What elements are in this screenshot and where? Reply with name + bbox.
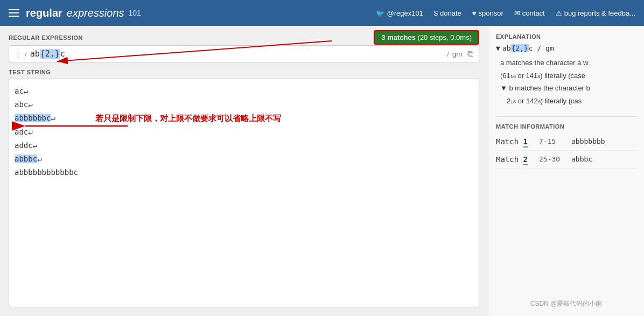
pattern-after: c — [60, 49, 65, 59]
delimiter-start: / — [25, 50, 27, 58]
test-line-1: ac↵ — [15, 85, 473, 98]
exp-regex-text: ab{2,}c / gm — [502, 43, 554, 54]
logo-expressions: expressions — [67, 7, 124, 19]
match-1-value: abbbbbbb — [571, 137, 605, 145]
test-line-2: abc↵ — [15, 98, 473, 111]
exp-item-4: 2₁₆ or 142₈) literally (cas — [507, 96, 636, 107]
match-1-label: Match 1 — [496, 137, 534, 146]
match-1-range: 7-15 — [539, 137, 566, 145]
regex-section: REGULAR EXPRESSION 3 matches (20 steps, … — [9, 34, 479, 62]
main-container: REGULAR EXPRESSION 3 matches (20 steps, … — [0, 26, 644, 316]
match-row-2[interactable]: Match 2 25-30 abbbc — [496, 151, 636, 168]
nav-donate[interactable]: $ donate — [434, 9, 461, 17]
right-panel: EXPLANATION ▼ ab{2,}c / gm a matches the… — [488, 26, 644, 316]
pattern-highlight: {2,} — [40, 49, 60, 59]
nav-contact[interactable]: ✉ contact — [514, 9, 545, 17]
match-1-num: 1 — [523, 137, 528, 148]
logo: regular expressions 101 — [26, 7, 141, 19]
test-line-7: abbbbbbbbbbbbc — [15, 166, 473, 179]
explanation-regex: ▼ ab{2,}c / gm — [496, 43, 636, 54]
header-nav: 🐦 @regex101 $ donate ♥ sponsor ✉ contact… — [376, 9, 635, 17]
nav-bugs-label: bug reports & feedba... — [564, 9, 635, 17]
drag-handle: ⋮ — [15, 50, 22, 58]
nav-contact-label: contact — [522, 9, 545, 17]
match-steps: (20 steps, 0.0ms) — [418, 33, 472, 41]
match-info-label: MATCH INFORMATION — [496, 123, 636, 130]
exp-item-2: (61₁₆ or 141₈) literally (case — [500, 71, 636, 82]
test-line-6: abbbc↵ — [15, 152, 473, 166]
explanation-content: ▼ ab{2,}c / gm a matches the character a… — [496, 43, 636, 107]
delimiter-end: / — [447, 50, 449, 58]
heart-icon: ♥ — [472, 9, 477, 17]
logo-num: 101 — [129, 9, 141, 17]
logo-regular: regular — [26, 7, 62, 19]
regex-input-box[interactable]: ⋮ / ab{2,}c / gm ⧉ — [9, 45, 479, 62]
email-icon: ✉ — [514, 9, 520, 17]
exp-sub-arrow: ▼ — [500, 84, 507, 92]
regex-pattern[interactable]: ab{2,}c — [30, 49, 444, 59]
match-badge: 3 matches (20 steps, 0.0ms) — [374, 30, 479, 45]
watermark: CSDN @爱敲代码的小雨 — [496, 295, 636, 308]
match-2-label: Match 2 — [496, 155, 534, 164]
nav-donate-label: donate — [440, 9, 461, 17]
match-2-num: 2 — [523, 155, 528, 165]
match-highlight-1: abbbbbbc — [15, 114, 51, 122]
nav-twitter[interactable]: 🐦 @regex101 — [376, 9, 423, 17]
match-2-value: abbbc — [571, 155, 592, 163]
nav-sponsor[interactable]: ♥ sponsor — [472, 9, 503, 17]
exp-arrow-down: ▼ — [496, 43, 500, 54]
match-2-range: 25-30 — [539, 155, 566, 163]
explanation-section: EXPLANATION ▼ ab{2,}c / gm a matches the… — [496, 33, 636, 109]
warning-icon: ⚠ — [556, 9, 562, 17]
pattern-before: ab — [30, 49, 40, 59]
explanation-label: EXPLANATION — [496, 33, 636, 40]
test-line-4: adc↵ — [15, 125, 473, 139]
test-label: TEST STRING — [9, 69, 479, 75]
hamburger-menu[interactable] — [9, 9, 19, 17]
match-info-section: MATCH INFORMATION Match 1 7-15 abbbbbbb … — [496, 116, 636, 168]
test-line-5: addc↵ — [15, 139, 473, 152]
match-row-1[interactable]: Match 1 7-15 abbbbbbb — [496, 133, 636, 151]
copy-button[interactable]: ⧉ — [467, 49, 473, 59]
match-highlight-2: abbbc — [15, 155, 37, 163]
left-panel: REGULAR EXPRESSION 3 matches (20 steps, … — [0, 26, 488, 316]
twitter-icon: 🐦 — [376, 9, 384, 17]
test-section: TEST STRING ac↵ abc↵ abbbbbbc↵ adc↵ addc… — [9, 69, 479, 307]
nav-twitter-label: @regex101 — [387, 9, 423, 17]
exp-item-1: a matches the character a w — [500, 58, 636, 69]
header: regular expressions 101 🐦 @regex101 $ do… — [0, 0, 644, 26]
match-count: 3 matches — [381, 33, 416, 41]
regex-flags[interactable]: gm — [452, 50, 462, 58]
nav-sponsor-label: sponsor — [479, 9, 503, 17]
test-line-3: abbbbbbc↵ — [15, 111, 473, 125]
exp-item-3: ▼ b matches the character b — [500, 83, 636, 94]
test-string-box[interactable]: ac↵ abc↵ abbbbbbc↵ adc↵ addc↵ abbbc↵ abb… — [9, 79, 479, 307]
dollar-icon: $ — [434, 9, 438, 17]
nav-bugs[interactable]: ⚠ bug reports & feedba... — [556, 9, 635, 17]
